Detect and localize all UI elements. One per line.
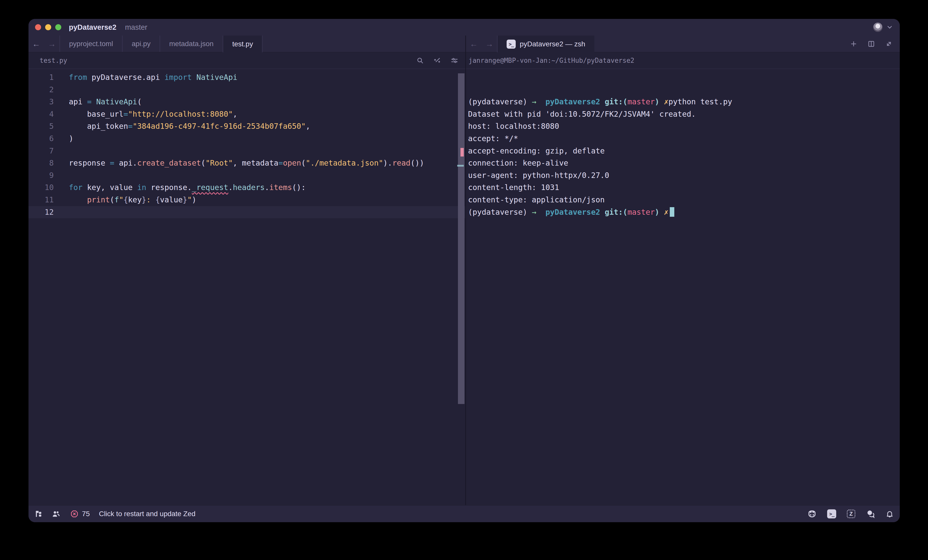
terminal-line: (pydataverse) → pyDataverse2 git:(master… <box>468 96 900 108</box>
terminal-cursor <box>670 207 674 217</box>
editor-controls-icon[interactable] <box>451 57 458 64</box>
terminal-line: accept-encoding: gzip, deflate <box>468 145 900 157</box>
title-bar: pyDataverse2 master <box>29 19 900 35</box>
code-line[interactable]: 9 <box>29 169 465 182</box>
terminal-line: host: localhost:8080 <box>468 120 900 132</box>
terminal-line: accept: */* <box>468 132 900 145</box>
line-number: 5 <box>29 120 54 132</box>
code-line[interactable]: 11 print(f"{key}: {value}") <box>29 194 465 206</box>
code-line[interactable]: 10for key, value in response._request.he… <box>29 181 465 194</box>
terminal-line: connection: keep-alive <box>468 157 900 169</box>
line-number: 8 <box>29 157 54 169</box>
status-bar: 75 Click to restart and update Zed >_ Z <box>29 505 900 522</box>
error-octagon-icon <box>70 510 78 518</box>
line-number: 11 <box>29 194 54 206</box>
split-pane-icon[interactable] <box>867 40 875 48</box>
terminal-line: user-agent: python-httpx/0.27.0 <box>468 169 900 182</box>
navigate-back-button[interactable]: ← <box>32 40 40 48</box>
scrollbar-cursor-marker <box>457 165 464 167</box>
desktop: { "window": { "title": "pyDataverse2", "… <box>0 0 928 560</box>
avatar[interactable] <box>873 23 882 32</box>
code-lines: 1from pyDataverse.api import NativeApi23… <box>29 72 465 218</box>
editor-toolbar: test.py <box>29 52 465 69</box>
line-number: 4 <box>29 108 54 120</box>
code-editor[interactable]: 1from pyDataverse.api import NativeApi23… <box>29 69 465 505</box>
terminal-toolbar: janrange@MBP-von-Jan:~/GitHub/pyDatavers… <box>466 52 900 69</box>
update-zed-message[interactable]: Click to restart and update Zed <box>99 510 195 518</box>
line-number: 7 <box>29 145 54 157</box>
tab-terminal-zsh[interactable]: >_ pyDataverse2 — zsh <box>497 35 594 52</box>
git-branch-label[interactable]: master <box>125 23 148 32</box>
terminal-pane: ← → >_ pyDataverse2 — zsh <box>466 35 900 505</box>
search-icon[interactable] <box>416 57 424 64</box>
line-number: 1 <box>29 72 54 84</box>
terminal-navigate-back-button[interactable]: ← <box>470 40 478 48</box>
diagnostics-indicator[interactable]: 75 <box>70 510 90 518</box>
tab-api-py[interactable]: api.py <box>122 35 160 52</box>
line-number: 6 <box>29 132 54 145</box>
error-count: 75 <box>82 510 90 518</box>
minimize-window-button[interactable] <box>45 24 51 30</box>
breadcrumb[interactable]: test.py <box>40 57 67 64</box>
terminal-icon: >_ <box>507 40 516 49</box>
chevron-down-icon[interactable] <box>886 24 893 31</box>
scrollbar-diagnostic-marker <box>461 148 464 157</box>
line-number: 12 <box>29 206 54 219</box>
line-number: 9 <box>29 169 54 182</box>
code-line[interactable]: 5 api_token="384ad196-c497-41fc-916d-253… <box>29 120 465 132</box>
copilot-icon[interactable] <box>807 509 817 519</box>
line-number: 3 <box>29 96 54 108</box>
maximize-pane-icon[interactable] <box>885 40 893 48</box>
terminal-tab-bar: ← → >_ pyDataverse2 — zsh <box>466 35 900 52</box>
editor-pane: ← → pyproject.toml api.py metadata.json … <box>29 35 465 505</box>
editor-scrollbar[interactable] <box>458 73 464 404</box>
line-number: 10 <box>29 181 54 194</box>
tab-metadata-json[interactable]: metadata.json <box>160 35 223 52</box>
terminal-navigate-forward-button[interactable]: → <box>485 40 493 48</box>
code-line[interactable]: 8response = api.create_dataset("Root", m… <box>29 157 465 169</box>
terminal-line: content-type: application/json <box>468 194 900 206</box>
chat-icon[interactable] <box>866 509 875 519</box>
project-panel-icon[interactable] <box>35 510 43 518</box>
tab-pyproject-toml[interactable]: pyproject.toml <box>60 35 122 52</box>
zed-ai-icon[interactable]: Z <box>847 510 855 518</box>
code-line[interactable]: 4 base_url="http://localhost:8080", <box>29 108 465 120</box>
zed-window: pyDataverse2 master ← → pyproject.toml a… <box>29 19 900 522</box>
tab-test-py[interactable]: test.py <box>223 35 263 52</box>
code-line[interactable]: 6) <box>29 132 465 145</box>
terminal-line: (pydataverse) → pyDataverse2 git:(master… <box>468 206 900 219</box>
terminal-line: Dataset with pid 'doi:10.5072/FK2/JSVAM4… <box>468 108 900 120</box>
close-window-button[interactable] <box>35 24 41 30</box>
terminal-breadcrumb[interactable]: janrange@MBP-von-Jan:~/GitHub/pyDatavers… <box>469 57 634 64</box>
code-line[interactable]: 1from pyDataverse.api import NativeApi <box>29 72 465 84</box>
code-line[interactable]: 2 <box>29 84 465 96</box>
line-number: 2 <box>29 84 54 96</box>
bell-icon[interactable] <box>886 510 894 518</box>
terminal-panel-icon[interactable]: >_ <box>827 509 836 519</box>
zoom-window-button[interactable] <box>55 24 61 30</box>
terminal-lines: (pydataverse) → pyDataverse2 git:(master… <box>468 96 900 218</box>
code-line[interactable]: 12 <box>29 206 465 219</box>
collab-panel-icon[interactable] <box>52 510 60 518</box>
navigate-forward-button[interactable]: → <box>48 40 56 48</box>
code-line[interactable]: 7 <box>29 145 465 157</box>
new-terminal-plus-icon[interactable] <box>850 40 858 48</box>
inline-assist-wand-icon[interactable] <box>433 57 441 64</box>
editor-tab-bar: ← → pyproject.toml api.py metadata.json … <box>29 35 465 52</box>
project-title[interactable]: pyDataverse2 <box>69 23 116 32</box>
terminal-output[interactable]: (pydataverse) → pyDataverse2 git:(master… <box>466 69 900 505</box>
workspace: ← → pyproject.toml api.py metadata.json … <box>29 35 900 505</box>
code-line[interactable]: 3api = NativeApi( <box>29 96 465 108</box>
terminal-line: content-length: 1031 <box>468 181 900 194</box>
